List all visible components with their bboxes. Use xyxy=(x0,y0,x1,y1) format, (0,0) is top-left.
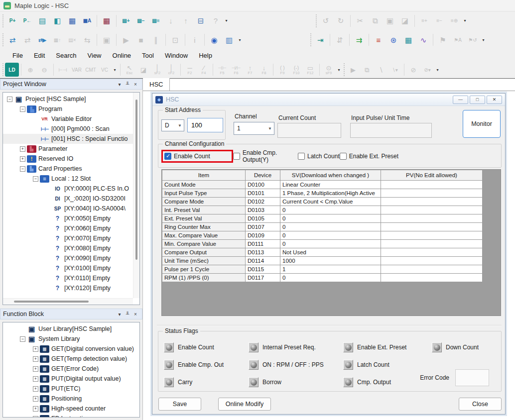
sv-cell[interactable]: 0 xyxy=(280,240,381,248)
tree-expander-icon[interactable]: − xyxy=(20,106,25,112)
run-mode-icon[interactable]: ▶ xyxy=(119,32,133,47)
tree-row[interactable]: + PUT(ETC) xyxy=(3,384,139,394)
tree-row[interactable]: Variable Editor xyxy=(3,114,139,124)
more-tools-dropdown-icon[interactable]: ▾ xyxy=(223,13,230,28)
tree-row[interactable]: [XY:0120] Empty xyxy=(3,283,139,293)
bookmark-dropdown-icon[interactable]: ▾ xyxy=(480,32,487,47)
device-cell[interactable]: D0102 xyxy=(246,198,280,206)
table-row[interactable]: Min. Compare Value D0111 0 xyxy=(162,240,483,248)
contact-window-icon[interactable]: ⊢⊣ xyxy=(56,63,70,77)
tree-row[interactable]: + GET(Digital conversion value) xyxy=(3,344,139,354)
contact-rising-tool-icon[interactable]: ↑ F7 xyxy=(243,63,257,77)
special-module-monitor-icon[interactable]: ▥ xyxy=(222,32,237,47)
window-tile-icon[interactable]: ▦ xyxy=(99,13,114,28)
erase-icon[interactable]: ◪ xyxy=(397,13,412,28)
tree-row[interactable]: [XY:0090] Empty xyxy=(3,253,139,263)
coil-tool-icon[interactable]: ( ) F9 xyxy=(275,63,289,77)
coil-tools-dropdown-icon[interactable]: ▾ xyxy=(336,63,342,77)
panel-pin-icon[interactable]: ╨ xyxy=(124,81,131,88)
cut-icon[interactable]: ✂ xyxy=(353,13,368,28)
sv-cell[interactable]: 0 xyxy=(280,214,381,223)
tree-row[interactable]: [XY:0080] Empty xyxy=(3,243,139,253)
panel-pin-icon[interactable]: ╨ xyxy=(124,311,131,318)
menu-item[interactable]: Online xyxy=(107,50,137,61)
pick-drop-tool-icon[interactable]: ∖▾ xyxy=(388,63,402,77)
tree-item-label[interactable]: PUT(Digital output value) xyxy=(51,375,121,382)
panel-dropdown-icon[interactable]: ▾ xyxy=(116,311,124,318)
menu-item[interactable]: Search xyxy=(50,50,82,61)
tree-item-label[interactable]: PUT(ETC) xyxy=(51,385,80,392)
vc-window-icon[interactable]: VC xyxy=(98,63,112,77)
checkbox[interactable] xyxy=(340,153,347,160)
tree-item-label[interactable]: [XY:0110] Empty xyxy=(64,275,110,282)
sv-cell[interactable]: Linear Counter xyxy=(280,181,381,189)
tree-expander-icon[interactable]: + xyxy=(33,416,38,418)
menu-item[interactable]: Window xyxy=(159,50,193,61)
pause-mode-icon[interactable]: ∥ xyxy=(148,32,163,47)
tree-item-label[interactable]: [XY:0080] Empty xyxy=(64,245,111,252)
table-row[interactable]: Pulse per 1 Cycle D0115 1 xyxy=(162,265,483,274)
tree-row[interactable]: − Local : 12 Slot xyxy=(3,174,139,184)
sv-cell[interactable]: Not Used xyxy=(280,248,381,257)
coil-etc-tool-icon[interactable]: ⊙ sF9 xyxy=(322,63,336,77)
tree-row[interactable]: + GET(Error Code) xyxy=(3,364,139,374)
delete-row-icon[interactable]: ≡− xyxy=(432,13,447,28)
device-cell[interactable]: D0105 xyxy=(246,214,280,223)
minimize-button[interactable]: — xyxy=(453,96,468,104)
tree-expander-icon[interactable]: + xyxy=(33,386,38,392)
config-checkbox-item[interactable]: Latch Count xyxy=(298,153,340,160)
tree-row[interactable]: + High-speed counter xyxy=(3,404,139,414)
tree-item-label[interactable]: [XY:0070] Empty xyxy=(64,235,111,242)
redo-icon[interactable]: ↻ xyxy=(333,13,348,28)
table-row[interactable]: Max. Compare Value D0109 0 xyxy=(162,231,483,240)
tree-expander-icon[interactable]: + xyxy=(33,376,38,382)
trend-monitor-icon[interactable]: ∿ xyxy=(416,32,431,47)
vertical-line-delete-tool-icon[interactable]: │ cF2 xyxy=(164,63,178,77)
panel-close-icon[interactable]: × xyxy=(131,81,139,88)
menu-item[interactable]: View xyxy=(82,50,107,61)
tree-row[interactable]: + FB Instruction xyxy=(3,414,139,418)
sv-cell[interactable]: 0 xyxy=(280,223,381,231)
ld-il-convert-icon[interactable]: ⇵ xyxy=(332,32,347,47)
tree-row[interactable]: + GET(Temp detection value) xyxy=(3,354,139,364)
new-project-icon[interactable]: P+ xyxy=(5,13,20,28)
sv-cell[interactable]: Current Count < Cmp.Value xyxy=(280,198,381,206)
stop-mode-icon[interactable]: ■ xyxy=(133,32,148,47)
table-row[interactable]: RPM (1) /PPS (0) D0117 0 xyxy=(162,274,483,282)
table-row[interactable]: Int. Preset Val D0103 0 xyxy=(162,206,483,214)
tree-expander-icon[interactable]: + xyxy=(33,346,38,352)
paste-icon[interactable]: ▣ xyxy=(383,13,397,28)
tree-item-label[interactable]: [XY:0090] Empty xyxy=(64,255,111,262)
contact-disable-alt-icon[interactable]: ⊘▾ xyxy=(420,63,434,77)
maximize-button[interactable]: □ xyxy=(470,96,485,104)
tree-item-label[interactable]: [XY:0000] PLC-ES In.O xyxy=(64,185,129,192)
tree-row[interactable]: + PUT(Digital output value) xyxy=(3,374,139,384)
print-icon[interactable]: ⊟ xyxy=(193,13,208,28)
sv-cell[interactable]: 1000 xyxy=(280,257,381,265)
document-import-icon[interactable]: ◧ xyxy=(50,13,65,28)
tree-expander-icon[interactable]: − xyxy=(33,176,38,182)
device-cell[interactable]: D0109 xyxy=(246,231,280,240)
document-view-icon[interactable]: ▤ xyxy=(35,13,50,28)
lock-icon[interactable]: ⊡ xyxy=(168,32,183,47)
config-checkbox-item[interactable]: Enable Cmp. Output(Y) xyxy=(233,149,298,163)
tree-row[interactable]: [XY:0110] Empty xyxy=(3,273,139,283)
panel-close-icon[interactable]: × xyxy=(131,311,139,318)
tree-row[interactable]: [XY:0000] PLC-ES In.O xyxy=(3,184,139,194)
insert-row-icon[interactable]: ≡+ xyxy=(417,13,432,28)
save-all-icon[interactable]: ▦A xyxy=(80,13,95,28)
tree-row[interactable]: [XY:0050] Empty xyxy=(3,213,139,223)
tree-row[interactable]: User Library[HSC Sample] xyxy=(3,324,139,334)
tree-row[interactable]: [X_:0020] IO-SD3200I xyxy=(3,194,139,204)
start-address-input[interactable] xyxy=(187,118,223,132)
web-icon[interactable]: ◉ xyxy=(207,32,222,47)
document-tab-hsc[interactable]: HSC xyxy=(143,78,170,91)
checkbox[interactable] xyxy=(164,153,171,160)
ld-edit-settings-icon[interactable]: LD xyxy=(5,63,19,77)
disconnect-icon[interactable]: ⇄ xyxy=(20,32,35,47)
write-to-plc-icon[interactable]: ▦↑ xyxy=(50,32,65,47)
plc-settings-icon[interactable]: ⊛ xyxy=(386,32,401,47)
export-icon[interactable]: ⇥ xyxy=(313,32,328,47)
tree-item-label[interactable]: [X_:0020] IO-SD3200I xyxy=(64,195,126,202)
device-monitor-icon[interactable]: ≡ xyxy=(371,32,386,47)
